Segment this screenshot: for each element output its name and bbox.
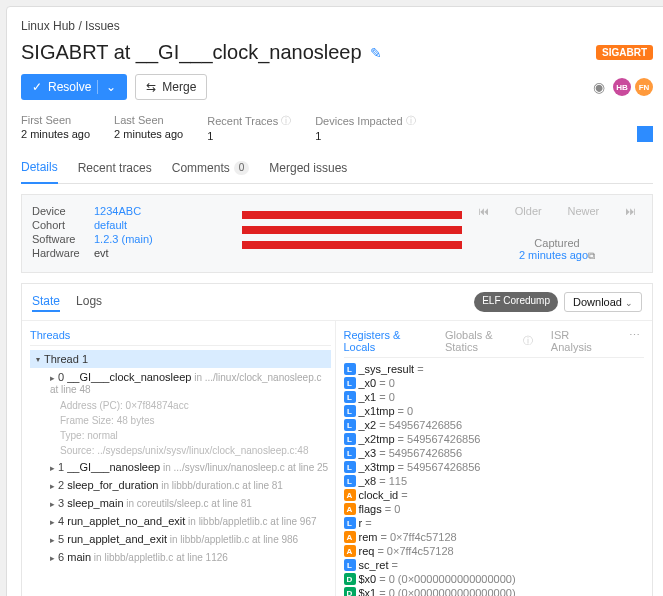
type-icon: D <box>344 573 356 585</box>
status-badge: SIGABRT <box>596 45 653 60</box>
download-button[interactable]: Download ⌄ <box>564 292 642 312</box>
regs-header[interactable]: Registers & Locals <box>344 329 427 353</box>
type-icon: D <box>344 587 356 596</box>
avatar[interactable]: FN <box>635 78 653 96</box>
register-row[interactable]: L_sys_result = <box>344 362 645 376</box>
type-icon: A <box>344 489 356 501</box>
subtab-state[interactable]: State <box>32 292 60 312</box>
caret-right-icon: ▸ <box>50 553 55 563</box>
breadcrumb: Linux Hub / Issues <box>21 19 653 33</box>
register-row[interactable]: L_x2tmp = 549567426856 <box>344 432 645 446</box>
breadcrumb-leaf[interactable]: Issues <box>85 19 120 33</box>
newer-button[interactable]: Newer <box>567 205 599 217</box>
register-row[interactable]: L_x3 = 549567426856 <box>344 446 645 460</box>
stack-frame[interactable]: ▸ 5 run_applet_and_exit in libbb/appletl… <box>30 530 331 548</box>
older-button[interactable]: Older <box>515 205 542 217</box>
page-title: SIGABRT at __GI___clock_nanosleep <box>21 41 362 64</box>
type-icon: L <box>344 517 356 529</box>
register-row[interactable]: Lsc_ret = <box>344 558 645 572</box>
type-icon: A <box>344 503 356 515</box>
first-icon[interactable]: ⏮ <box>478 205 489 217</box>
edit-icon[interactable]: ✎ <box>370 45 382 61</box>
register-row[interactable]: L_x0 = 0 <box>344 376 645 390</box>
register-row[interactable]: Areq = 0×7ff4c57128 <box>344 544 645 558</box>
captured-label: Captured <box>472 237 642 249</box>
caret-right-icon: ▸ <box>50 517 55 527</box>
stack-frame[interactable]: ▸ 6 main in libbb/appletlib.c at line 11… <box>30 548 331 566</box>
threads-header[interactable]: Threads <box>30 329 70 341</box>
register-row[interactable]: L_x8 = 115 <box>344 474 645 488</box>
caret-down-icon: ▾ <box>36 355 40 364</box>
caret-right-icon: ▸ <box>50 463 55 473</box>
redacted-block <box>232 205 472 262</box>
check-icon: ✓ <box>32 80 42 94</box>
isr-header[interactable]: ISR Analysis <box>551 329 607 353</box>
last-icon[interactable]: ⏭ <box>625 205 636 217</box>
software-link[interactable]: 1.2.3 (main) <box>94 233 153 245</box>
tab-comments[interactable]: Comments0 <box>172 154 250 183</box>
breadcrumb-root[interactable]: Linux Hub <box>21 19 75 33</box>
cohort-link[interactable]: default <box>94 219 127 231</box>
register-row[interactable]: Aflags = 0 <box>344 502 645 516</box>
info-icon: ⓘ <box>281 114 291 128</box>
watch-icon[interactable]: ◉ <box>593 79 605 95</box>
register-row[interactable]: Aclock_id = <box>344 488 645 502</box>
globals-header[interactable]: Globals & Statics ⓘ <box>445 329 533 353</box>
type-icon: A <box>344 531 356 543</box>
register-row[interactable]: L_x2 = 549567426856 <box>344 418 645 432</box>
stack-frame[interactable]: ▸ 1 __GI___nanosleep in .../sysv/linux/n… <box>30 458 331 476</box>
type-icon: L <box>344 433 356 445</box>
caret-right-icon: ▸ <box>50 535 55 545</box>
chevron-down-icon: ⌄ <box>625 298 633 308</box>
caret-right-icon: ▸ <box>50 481 55 491</box>
tabs: Details Recent traces Comments0 Merged i… <box>21 154 653 184</box>
device-info: Device1234ABC Cohortdefault Software1.2.… <box>32 205 232 262</box>
stack-frame[interactable]: ▸ 0 __GI___clock_nanosleep in .../linux/… <box>30 368 331 398</box>
tab-recent-traces[interactable]: Recent traces <box>78 154 152 183</box>
type-icon: L <box>344 405 356 417</box>
type-icon: L <box>344 419 356 431</box>
avatar[interactable]: HB <box>613 78 631 96</box>
register-row[interactable]: L_x1tmp = 0 <box>344 404 645 418</box>
tab-merged-issues[interactable]: Merged issues <box>269 154 347 183</box>
stack-frame[interactable]: ▸ 2 sleep_for_duration in libbb/duration… <box>30 476 331 494</box>
type-icon: L <box>344 475 356 487</box>
register-row[interactable]: Arem = 0×7ff4c57128 <box>344 530 645 544</box>
chevron-down-icon[interactable]: ⌄ <box>97 80 116 94</box>
frame-detail: Address (PC): 0×7f84874accFrame Size: 48… <box>30 398 331 458</box>
register-row[interactable]: L_x3tmp = 549567426856 <box>344 460 645 474</box>
merge-button[interactable]: ⇆ Merge <box>135 74 207 100</box>
chart-placeholder <box>637 126 653 142</box>
type-icon: L <box>344 447 356 459</box>
type-icon: A <box>344 545 356 557</box>
type-icon: L <box>344 363 356 375</box>
thread-row[interactable]: ▾Thread 1 <box>30 350 331 368</box>
external-link-icon[interactable]: ⧉ <box>588 250 595 261</box>
tab-details[interactable]: Details <box>21 154 58 184</box>
caret-right-icon: ▸ <box>50 373 55 383</box>
device-link[interactable]: 1234ABC <box>94 205 141 217</box>
coredump-pill: ELF Coredump <box>474 292 558 312</box>
info-icon: ⓘ <box>523 334 533 348</box>
type-icon: L <box>344 391 356 403</box>
more-icon[interactable]: ⋯ <box>625 329 644 353</box>
register-row[interactable]: D$x0 = 0 (0×0000000000000000) <box>344 572 645 586</box>
merge-icon: ⇆ <box>146 80 156 94</box>
resolve-button[interactable]: ✓ Resolve ⌄ <box>21 74 127 100</box>
caret-right-icon: ▸ <box>50 499 55 509</box>
stack-frame[interactable]: ▸ 3 sleep_main in coreutils/sleep.c at l… <box>30 494 331 512</box>
captured-time[interactable]: 2 minutes ago <box>519 249 588 261</box>
subtab-logs[interactable]: Logs <box>76 292 102 312</box>
info-icon: ⓘ <box>406 114 416 128</box>
type-icon: L <box>344 559 356 571</box>
type-icon: L <box>344 377 356 389</box>
register-row[interactable]: D$x1 = 0 (0×0000000000000000) <box>344 586 645 596</box>
stats-row: First Seen2 minutes ago Last Seen2 minut… <box>21 114 416 142</box>
type-icon: L <box>344 461 356 473</box>
register-row[interactable]: Lr = <box>344 516 645 530</box>
stack-frame[interactable]: ▸ 4 run_applet_no_and_exit in libbb/appl… <box>30 512 331 530</box>
register-row[interactable]: L_x1 = 0 <box>344 390 645 404</box>
